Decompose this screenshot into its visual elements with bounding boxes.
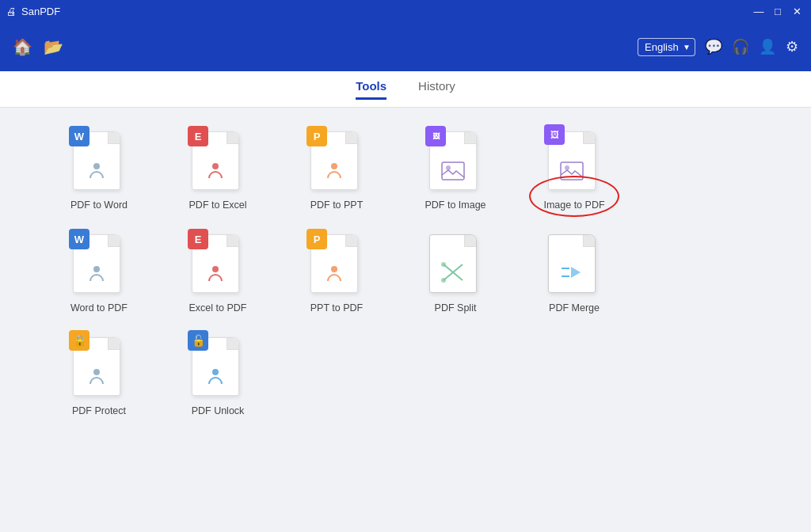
ppt-to-pdf-icon: P bbox=[310, 234, 363, 296]
person-figure-6 bbox=[204, 365, 227, 390]
pdf-unlock-icon: 🔓 bbox=[192, 337, 244, 399]
word-to-pdf-icon: W bbox=[73, 234, 125, 296]
ppt-to-pdf-label: PPT to PDF bbox=[310, 302, 363, 314]
minimize-button[interactable]: — bbox=[751, 3, 767, 19]
pdf-protect-label: PDF Protect bbox=[72, 405, 126, 416]
person-figure bbox=[204, 159, 227, 184]
header: 🏠 📂 English 中文 ▼ 💬 🎧 👤 ⚙ bbox=[0, 22, 811, 71]
tool-pdf-unlock[interactable]: 🔓 PDF Unlock bbox=[182, 337, 253, 416]
merge-figure bbox=[558, 260, 585, 287]
tools-row-3: 🔒 PDF Protect 🔓 bbox=[63, 337, 748, 416]
excel-to-pdf-icon: E bbox=[192, 234, 244, 296]
close-button[interactable]: ✕ bbox=[789, 3, 805, 19]
tool-pdf-to-ppt[interactable]: P PDF to PPT bbox=[301, 131, 372, 211]
word-badge-2: W bbox=[69, 229, 89, 249]
svg-rect-3 bbox=[442, 162, 464, 180]
svg-point-13 bbox=[441, 278, 446, 283]
titlebar-controls: — □ ✕ bbox=[751, 3, 805, 19]
user-icon[interactable]: 👤 bbox=[759, 38, 776, 55]
main-content: W PDF to Word E bbox=[0, 108, 811, 440]
svg-point-8 bbox=[212, 266, 219, 272]
language-selector-wrapper: English 中文 ▼ bbox=[638, 38, 695, 56]
pdf-unlock-label: PDF Unlock bbox=[192, 405, 245, 416]
pdf-split-label: PDF Split bbox=[435, 302, 477, 314]
home-icon[interactable]: 🏠 bbox=[13, 37, 32, 56]
excel-badge-2: E bbox=[188, 229, 208, 249]
scissors-figure bbox=[440, 260, 466, 287]
tools-row-2: W Word to PDF E bbox=[63, 234, 748, 314]
pdf-protect-icon: 🔒 bbox=[73, 337, 125, 399]
svg-point-17 bbox=[212, 369, 219, 375]
maximize-button[interactable]: □ bbox=[770, 3, 786, 19]
tabs-bar: Tools History bbox=[0, 71, 811, 108]
pdf-to-word-label: PDF to Word bbox=[70, 200, 128, 211]
person-figure-2 bbox=[86, 262, 108, 287]
settings-icon[interactable]: ⚙ bbox=[786, 38, 798, 55]
tool-ppt-to-pdf[interactable]: P PPT to PDF bbox=[301, 234, 372, 314]
image-badge: 🖼 bbox=[425, 126, 446, 146]
svg-point-9 bbox=[331, 266, 337, 272]
unlock-badge: 🔓 bbox=[188, 330, 208, 351]
tool-pdf-to-word[interactable]: W PDF to Word bbox=[63, 131, 135, 211]
svg-rect-5 bbox=[561, 162, 583, 180]
person-figure-5 bbox=[86, 365, 108, 390]
pdf-to-ppt-label: PDF to PPT bbox=[310, 200, 364, 211]
tool-pdf-merge[interactable]: PDF Merge bbox=[539, 234, 610, 314]
tools-row-1: W PDF to Word E bbox=[63, 131, 748, 211]
svg-point-2 bbox=[331, 163, 337, 169]
word-to-pdf-label: Word to PDF bbox=[70, 302, 128, 314]
tool-excel-to-pdf[interactable]: E Excel to PDF bbox=[182, 234, 253, 314]
folder-icon[interactable]: 📂 bbox=[44, 37, 63, 56]
chat-icon[interactable]: 💬 bbox=[705, 38, 722, 55]
ppt-badge: P bbox=[307, 126, 327, 146]
svg-point-7 bbox=[93, 266, 100, 272]
svg-point-1 bbox=[212, 163, 219, 169]
word-badge: W bbox=[69, 126, 89, 146]
header-right: English 中文 ▼ 💬 🎧 👤 ⚙ bbox=[638, 38, 798, 56]
excel-badge: E bbox=[188, 126, 208, 146]
tool-pdf-split[interactable]: PDF Split bbox=[420, 234, 491, 314]
tool-word-to-pdf[interactable]: W Word to PDF bbox=[63, 234, 135, 314]
svg-point-0 bbox=[93, 163, 100, 169]
pdf-to-ppt-icon: P bbox=[310, 131, 363, 193]
image-to-pdf-icon: 🖼 bbox=[548, 131, 600, 193]
excel-to-pdf-label: Excel to PDF bbox=[189, 302, 247, 314]
pdf-to-image-label: PDF to Image bbox=[425, 200, 485, 211]
tab-history[interactable]: History bbox=[418, 79, 455, 100]
person-figure-3 bbox=[204, 262, 227, 287]
tool-pdf-protect[interactable]: 🔒 PDF Protect bbox=[63, 337, 135, 416]
svg-point-16 bbox=[93, 369, 100, 375]
ppt-badge-2: P bbox=[307, 229, 327, 249]
app-icon: 🖨 bbox=[6, 6, 17, 17]
pdf-split-icon bbox=[429, 234, 482, 296]
pdf-to-image-icon: 🖼 bbox=[429, 131, 482, 193]
person-figure-4 bbox=[323, 262, 345, 287]
person-figure bbox=[323, 159, 345, 184]
header-left: 🏠 📂 bbox=[13, 37, 63, 56]
pdf-merge-icon bbox=[548, 234, 600, 296]
tab-tools[interactable]: Tools bbox=[356, 79, 386, 100]
tool-pdf-to-image[interactable]: 🖼 PDF to Image bbox=[420, 131, 491, 211]
image-figure-2 bbox=[559, 161, 584, 184]
app-title: SanPDF bbox=[21, 6, 60, 17]
image-to-pdf-label: Image to PDF bbox=[543, 200, 604, 211]
pdf-merge-label: PDF Merge bbox=[549, 302, 600, 314]
pdf-to-excel-label: PDF to Excel bbox=[189, 200, 247, 211]
image-badge-2: 🖼 bbox=[544, 124, 565, 145]
image-figure bbox=[440, 161, 466, 184]
lock-badge: 🔒 bbox=[69, 330, 89, 351]
pdf-to-word-icon: W bbox=[73, 131, 125, 193]
tool-image-to-pdf[interactable]: 🖼 Image to PDF bbox=[539, 131, 610, 211]
svg-point-12 bbox=[441, 262, 446, 267]
person-figure bbox=[86, 159, 108, 184]
titlebar-left: 🖨 SanPDF bbox=[6, 6, 60, 17]
headphone-icon[interactable]: 🎧 bbox=[732, 38, 749, 55]
language-select[interactable]: English 中文 bbox=[638, 38, 695, 56]
pdf-to-excel-icon: E bbox=[192, 131, 244, 193]
tool-pdf-to-excel[interactable]: E PDF to Excel bbox=[182, 131, 253, 211]
titlebar: 🖨 SanPDF — □ ✕ bbox=[0, 0, 811, 22]
